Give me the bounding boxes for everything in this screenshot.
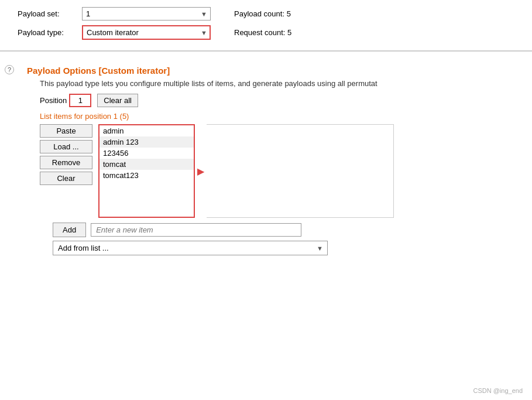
payload-set-select-wrapper[interactable]: 1 2 ▼ [82,7,211,20]
payload-type-select[interactable]: Simple list Runtime file Custom iterator… [82,25,211,40]
add-from-list-wrapper[interactable]: Add from list ... ▼ [53,241,328,255]
list-label: List items for position 1 (5) [40,112,514,121]
list-item[interactable]: tomcat123 [99,170,194,181]
add-button[interactable]: Add [53,223,86,237]
list-item[interactable]: 123456 [99,148,194,159]
add-input[interactable] [91,223,301,237]
list-box[interactable]: adminadmin 123123456tomcattomcat123 [98,124,195,218]
section-title: Payload Options [Custom iterator] [27,66,170,76]
payload-type-row: Payload type: Simple list Runtime file C… [18,25,514,40]
section-desc: This payload type lets you configure mul… [40,79,514,88]
payload-set-label: Payload set: [18,9,82,18]
payload-set-row: Payload set: 1 2 ▼ Payload count: 5 [18,7,514,20]
bottom-controls: Add [53,223,514,237]
payload-set-select[interactable]: 1 2 [82,7,211,20]
remove-button[interactable]: Remove [40,156,92,169]
position-input[interactable] [69,94,91,107]
list-section: List items for position 1 (5) Paste Load… [40,112,514,255]
paste-button[interactable]: Paste [40,124,92,138]
list-item[interactable]: tomcat [99,159,194,170]
expand-arrow-icon: ▶ [197,166,204,177]
add-from-list-select[interactable]: Add from list ... [53,241,328,255]
position-row: Position Clear all [40,94,514,107]
list-item[interactable]: admin 123 [99,136,194,148]
top-section: Payload set: 1 2 ▼ Payload count: 5 Payl… [0,0,532,51]
help-icon[interactable]: ? [5,65,14,74]
list-item[interactable]: admin [99,125,194,136]
clear-button[interactable]: Clear [40,172,92,185]
list-extend-area [207,124,394,218]
payload-type-select-wrapper[interactable]: Simple list Runtime file Custom iterator… [82,25,211,40]
payload-count: Payload count: 5 [234,9,291,18]
payload-type-label: Payload type: [18,28,82,37]
request-count: Request count: 5 [234,28,291,37]
section-header: Payload Options [Custom iterator] [27,66,514,76]
list-box-wrapper: adminadmin 123123456tomcattomcat123 ▶ [98,124,394,218]
payload-options-section: Payload Options [Custom iterator] This p… [21,59,532,261]
watermark: CSDN @ing_end [473,387,523,394]
load-button[interactable]: Load ... [40,140,92,153]
list-area: Paste Load ... Remove Clear adminadmin 1… [40,124,514,218]
list-buttons: Paste Load ... Remove Clear [40,124,92,218]
clear-all-button[interactable]: Clear all [97,94,138,107]
position-label: Position [40,96,67,105]
add-from-list-row: Add from list ... ▼ [53,241,514,255]
